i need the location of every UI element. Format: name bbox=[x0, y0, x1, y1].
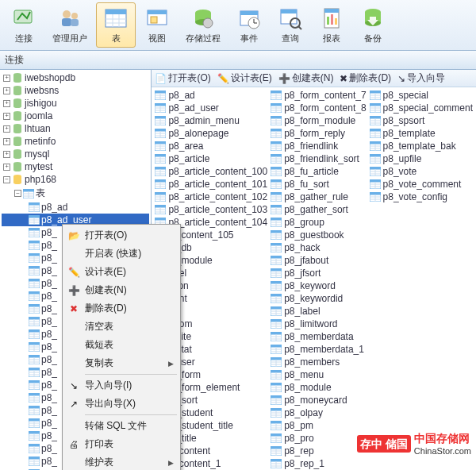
list-item[interactable]: p8_admin_menu bbox=[153, 114, 269, 127]
list-item[interactable]: p8_article_content_103 bbox=[153, 203, 269, 216]
list-item[interactable]: p8_area bbox=[153, 140, 269, 152]
list-item[interactable]: p8_friendlink bbox=[269, 140, 367, 152]
list-item[interactable]: p8_fu_article bbox=[269, 165, 367, 178]
toolbar-views-button[interactable]: 视图 bbox=[137, 2, 177, 48]
menu-item[interactable]: 清空表 bbox=[64, 318, 178, 336]
expand-toggle[interactable]: + bbox=[3, 138, 10, 145]
expand-toggle[interactable]: + bbox=[3, 87, 10, 94]
list-item[interactable]: p8_keyword bbox=[269, 279, 367, 292]
list-item[interactable]: p8_guestbook bbox=[269, 229, 367, 241]
toolbar-reports-button[interactable]: 报表 bbox=[312, 2, 351, 48]
list-item[interactable]: p8_form_content_7 bbox=[269, 89, 367, 102]
list-item[interactable]: p8_ad bbox=[153, 89, 269, 102]
open-table-button[interactable]: 📄 打开表(O) bbox=[155, 71, 210, 85]
db-node[interactable]: +mysql bbox=[2, 148, 149, 160]
list-item[interactable]: p8_form_content_8 bbox=[269, 102, 367, 114]
toolbar-backup-button[interactable]: 备份 bbox=[353, 2, 393, 48]
list-item[interactable]: p8_fu_sort bbox=[269, 178, 367, 191]
menu-item[interactable]: 维护表▶ bbox=[64, 453, 178, 470]
list-item[interactable]: p8_memberdata bbox=[269, 330, 367, 343]
expand-toggle[interactable]: + bbox=[3, 151, 10, 158]
list-item[interactable]: p8_special_comment bbox=[368, 102, 474, 114]
db-node[interactable]: +joomla bbox=[2, 110, 149, 122]
list-item[interactable]: p8_memberdata_1 bbox=[269, 343, 367, 356]
toolbar-events-button[interactable]: 事件 bbox=[229, 2, 269, 48]
list-item[interactable]: p8_template_bak bbox=[368, 140, 474, 152]
expand-toggle[interactable]: − bbox=[14, 190, 21, 197]
expand-toggle[interactable]: + bbox=[3, 164, 10, 171]
item-label: p8_article_content_102 bbox=[168, 191, 267, 202]
db-node[interactable]: +lhtuan bbox=[2, 122, 149, 135]
db-node[interactable]: +mytest bbox=[2, 160, 149, 173]
toolbar-query-button[interactable]: 查询 bbox=[271, 2, 310, 48]
menu-item[interactable]: ✖删除表(D) bbox=[64, 299, 178, 318]
menu-item[interactable]: ✏️设计表(E) bbox=[64, 263, 178, 281]
menu-item[interactable]: ➕创建表(N) bbox=[64, 281, 178, 299]
table-list[interactable]: p8_adp8_ad_userp8_admin_menup8_alonepage… bbox=[152, 87, 476, 470]
list-item[interactable]: p8_gather_rule bbox=[269, 191, 367, 203]
design-table-button[interactable]: ✏️ 设计表(E) bbox=[217, 71, 272, 85]
toolbar-users-button[interactable]: 管理用户 bbox=[45, 2, 94, 48]
list-item[interactable]: p8_form_reply bbox=[269, 127, 367, 140]
list-item[interactable]: p8_article_content_101 bbox=[153, 178, 269, 191]
list-item[interactable]: p8_members bbox=[269, 356, 367, 368]
list-item[interactable]: p8_rep_1 bbox=[269, 457, 367, 470]
menu-item[interactable]: 开启表 (快速) bbox=[64, 245, 178, 263]
db-node[interactable]: +iwebshopdb bbox=[2, 71, 149, 84]
menu-item[interactable]: ↗导出向导(X) bbox=[64, 395, 178, 413]
list-item[interactable]: p8_template bbox=[368, 127, 474, 140]
list-item[interactable]: p8_menu bbox=[269, 368, 367, 381]
list-item[interactable]: p8_pro bbox=[269, 432, 367, 445]
context-menu[interactable]: 📂打开表(O)开启表 (快速)✏️设计表(E)➕创建表(N)✖删除表(D)清空表… bbox=[62, 224, 181, 470]
db-node[interactable]: +jishigou bbox=[2, 97, 149, 110]
list-item[interactable]: p8_spsort bbox=[368, 114, 474, 127]
menu-item[interactable]: 转储 SQL 文件 bbox=[64, 417, 178, 435]
list-item[interactable]: p8_vote bbox=[368, 165, 474, 178]
menu-item[interactable]: 🖨打印表 bbox=[64, 435, 178, 453]
menu-item[interactable]: 📂打开表(O) bbox=[64, 226, 178, 245]
list-item[interactable]: p8_vote_config bbox=[368, 191, 474, 203]
list-item[interactable]: p8_keywordid bbox=[269, 292, 367, 305]
toolbar-tables-button[interactable]: 表 bbox=[96, 2, 136, 48]
list-item[interactable]: p8_limitword bbox=[269, 318, 367, 330]
import-wizard-button[interactable]: ↘ 导入向导 bbox=[397, 71, 445, 85]
list-item[interactable]: p8_gather_sort bbox=[269, 203, 367, 216]
list-item[interactable]: p8_ad_user bbox=[153, 102, 269, 114]
list-item[interactable]: p8_friendlink_sort bbox=[269, 152, 367, 165]
toolbar-connect-button[interactable]: 连接 bbox=[4, 2, 44, 48]
expand-toggle[interactable]: + bbox=[3, 75, 10, 82]
list-item[interactable]: p8_article bbox=[153, 152, 269, 165]
tables-node[interactable]: −表 bbox=[2, 186, 149, 201]
list-item[interactable]: p8_rep bbox=[269, 445, 367, 457]
list-item[interactable]: p8_group bbox=[269, 216, 367, 229]
menu-item[interactable]: 截短表 bbox=[64, 336, 178, 354]
db-node[interactable]: +metinfo bbox=[2, 135, 149, 148]
db-node[interactable]: −php168 bbox=[2, 173, 149, 186]
list-item[interactable]: p8_label bbox=[269, 305, 367, 318]
list-item[interactable]: p8_vote_comment bbox=[368, 178, 474, 191]
db-node[interactable]: +iwebsns bbox=[2, 84, 149, 97]
list-item[interactable]: p8_olpay bbox=[269, 406, 367, 419]
menu-item[interactable]: 复制表▶ bbox=[64, 354, 178, 372]
list-item[interactable]: p8_jfsort bbox=[269, 267, 367, 279]
expand-toggle[interactable]: + bbox=[3, 113, 10, 120]
expand-toggle[interactable]: − bbox=[3, 176, 10, 183]
list-item[interactable]: p8_alonepage bbox=[153, 127, 269, 140]
menu-item[interactable]: ↘导入向导(I) bbox=[64, 376, 178, 395]
list-item[interactable]: p8_upfile bbox=[368, 152, 474, 165]
list-item[interactable]: p8_article_content_102 bbox=[153, 191, 269, 203]
list-item[interactable]: p8_hack bbox=[269, 241, 367, 254]
expand-toggle[interactable]: + bbox=[3, 125, 10, 133]
expand-toggle[interactable]: + bbox=[3, 100, 10, 107]
list-item[interactable]: p8_module bbox=[269, 381, 367, 394]
create-table-button[interactable]: ➕ 创建表(N) bbox=[278, 71, 334, 85]
list-item[interactable]: p8_form_module bbox=[269, 114, 367, 127]
list-item[interactable]: p8_pm bbox=[269, 419, 367, 432]
list-item[interactable]: p8_moneycard bbox=[269, 394, 367, 406]
list-item[interactable]: p8_special bbox=[368, 89, 474, 102]
toolbar-procs-button[interactable]: 存储过程 bbox=[178, 2, 228, 48]
list-item[interactable]: p8_article_content_100 bbox=[153, 165, 269, 178]
list-item[interactable]: p8_jfabout bbox=[269, 254, 367, 267]
delete-table-button[interactable]: ✖ 删除表(D) bbox=[340, 71, 391, 85]
table-node[interactable]: p8_ad bbox=[2, 201, 149, 214]
